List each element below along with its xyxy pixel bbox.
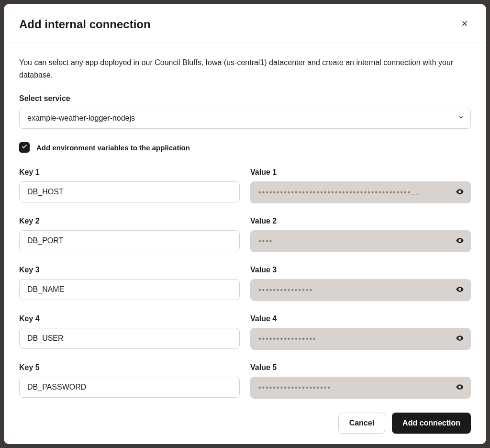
env-value-input[interactable]: •••••••••••••••••••• (250, 377, 471, 399)
env-key-input[interactable] (19, 377, 240, 398)
env-value-item: Value 4 •••••••••••••••• (250, 314, 471, 350)
env-value-input[interactable]: •••••••••••••••• (250, 328, 471, 350)
eye-icon (456, 334, 464, 344)
env-key-label: Key 4 (19, 314, 240, 323)
modal-body[interactable]: You can select any app deployed in our C… (4, 43, 486, 404)
select-service-dropdown[interactable]: example-weather-logger-nodejs (19, 108, 471, 129)
eye-icon (456, 285, 464, 295)
env-key-label: Key 3 (19, 266, 240, 274)
check-icon (21, 143, 28, 152)
env-key-input[interactable] (19, 230, 240, 251)
env-value-label: Value 1 (250, 168, 471, 177)
env-key-item: Key 1 (19, 168, 240, 203)
env-vars-checkbox[interactable] (19, 142, 30, 153)
env-value-item: Value 3 ••••••••••••••• (250, 266, 471, 301)
env-value-label: Value 2 (250, 217, 471, 225)
modal-footer: Cancel Add connection (4, 404, 486, 444)
env-value-input[interactable]: ••••••••••••••• (250, 279, 471, 301)
reveal-value-button[interactable] (454, 283, 466, 297)
close-icon (460, 19, 469, 29)
env-value-wrapper: ••••••••••••••••••••••••••••••••••••••••… (250, 181, 471, 203)
env-vars-checkbox-label: Add environment variables to the applica… (36, 144, 190, 152)
env-value-wrapper: ••••••••••••••• (250, 279, 471, 301)
env-value-item: Value 5 •••••••••••••••••••• (250, 363, 471, 399)
env-key-input[interactable] (19, 328, 240, 349)
env-value-label: Value 5 (250, 363, 471, 372)
add-connection-modal: Add internal connection You can select a… (4, 4, 486, 444)
modal-description: You can select any app deployed in our C… (19, 56, 471, 81)
eye-icon (456, 188, 464, 198)
env-value-wrapper: •••••••••••••••• (250, 328, 471, 350)
env-value-item: Value 1 ••••••••••••••••••••••••••••••••… (250, 168, 471, 203)
env-key-item: Key 5 (19, 363, 240, 399)
select-service-wrapper: example-weather-logger-nodejs (19, 108, 471, 129)
env-vars-checkbox-row: Add environment variables to the applica… (19, 142, 471, 153)
close-button[interactable] (458, 17, 471, 31)
reveal-value-button[interactable] (454, 381, 466, 395)
env-value-wrapper: •••••••••••••••••••• (250, 377, 471, 399)
env-key-item: Key 2 (19, 217, 240, 252)
reveal-value-button[interactable] (454, 332, 466, 346)
eye-icon (456, 383, 464, 393)
eye-icon (456, 236, 464, 246)
env-value-item: Value 2 •••• (250, 217, 471, 252)
env-key-label: Key 2 (19, 217, 240, 225)
reveal-value-button[interactable] (454, 186, 466, 200)
env-vars-grid: Key 1 Value 1 ••••••••••••••••••••••••••… (19, 168, 471, 404)
env-key-input[interactable] (19, 181, 240, 202)
modal-header: Add internal connection (4, 4, 486, 43)
reveal-value-button[interactable] (454, 235, 466, 248)
env-key-label: Key 5 (19, 363, 240, 372)
modal-title: Add internal connection (19, 18, 151, 31)
env-value-input[interactable]: ••••••••••••••••••••••••••••••••••••••••… (250, 181, 471, 203)
env-key-label: Key 1 (19, 168, 240, 177)
env-key-item: Key 3 (19, 266, 240, 301)
env-value-label: Value 3 (250, 266, 471, 274)
cancel-button[interactable]: Cancel (338, 413, 385, 434)
env-key-item: Key 4 (19, 314, 240, 350)
env-value-label: Value 4 (250, 314, 471, 323)
env-value-wrapper: •••• (250, 230, 471, 252)
env-key-input[interactable] (19, 279, 240, 300)
env-value-input[interactable]: •••• (250, 230, 471, 252)
add-connection-button[interactable]: Add connection (392, 413, 471, 434)
select-service-label: Select service (19, 94, 471, 103)
